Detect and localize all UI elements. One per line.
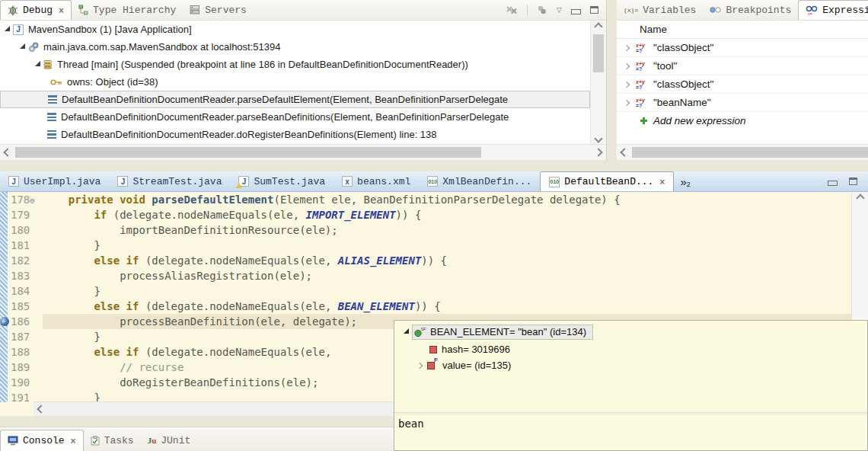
tree-row-launch[interactable]: J MavenSandbox (1) [Java Application]	[0, 21, 590, 38]
editor-tab-xmlbeandefin[interactable]: 010 XmlBeanDefin...	[419, 171, 540, 191]
process-view-icon[interactable]	[537, 5, 547, 14]
expression-row[interactable]: x+y=? "beanName"	[617, 94, 868, 112]
close-icon[interactable]: ×	[71, 436, 76, 446]
code-line[interactable]: 185 else if (delegate.nodeNameEquals(ele…	[0, 299, 852, 314]
code-line[interactable]: 184 }	[0, 283, 852, 299]
debug-horizontal-scrollbar[interactable]	[0, 144, 606, 160]
minimize-icon[interactable]	[571, 9, 581, 14]
tab-type-hierarchy[interactable]: Type Hierarchy	[72, 0, 183, 20]
name-column-header[interactable]: Name	[617, 21, 868, 39]
horizontal-sash[interactable]	[0, 160, 868, 171]
scroll-left-icon[interactable]	[617, 149, 632, 155]
line-number[interactable]: 181	[8, 238, 43, 253]
column-header-label: Name	[640, 24, 667, 35]
inspect-row-value[interactable]: F value= (id=135)	[417, 357, 511, 373]
code-line[interactable]: 179 if (delegate.nodeNameEquals(ele, IMP…	[0, 207, 852, 222]
tab-debug[interactable]: Debug ×	[0, 0, 72, 20]
tab-breakpoints[interactable]: Breakpoints	[703, 0, 798, 20]
maximize-icon[interactable]	[590, 6, 598, 14]
editor-tab-beansxml[interactable]: x beans.xml	[333, 171, 419, 191]
inspect-row-hash[interactable]: hash= 3019696	[429, 341, 510, 357]
maximize-icon[interactable]	[849, 178, 857, 185]
collapsed-twisty-icon[interactable]	[416, 362, 423, 368]
scrollbar-thumb[interactable]	[15, 147, 481, 158]
expression-row[interactable]: x+y=? "classObject"	[617, 75, 868, 94]
xml-file-icon: x	[342, 176, 353, 187]
expanded-twisty-icon[interactable]	[35, 61, 40, 66]
debug-vertical-scrollbar[interactable]	[590, 21, 606, 145]
tree-row-owns[interactable]: owns: Object (id=38)	[0, 73, 590, 91]
editor-tab-defaultbeand[interactable]: 010 DefaultBeanD... ×	[540, 171, 674, 191]
line-number[interactable]: 182	[8, 253, 43, 268]
line-number[interactable]: 184	[8, 283, 43, 299]
expression-row[interactable]: x+y=? "tool"	[617, 57, 868, 75]
line-number[interactable]: 185	[8, 299, 43, 314]
expression-label: "classObject"	[653, 78, 713, 90]
line-number[interactable]: 183	[8, 268, 43, 283]
tab-expressions[interactable]: x= Expressions	[798, 0, 868, 20]
line-number[interactable]: 187	[8, 329, 43, 344]
tree-row-process[interactable]: main.java.com.sap.MavenSandbox at localh…	[0, 38, 590, 56]
expanded-twisty-icon[interactable]	[20, 43, 25, 49]
tab-variables[interactable]: (x)= Variables	[617, 0, 703, 20]
tab-servers[interactable]: Servers	[183, 0, 254, 20]
scroll-down-icon[interactable]	[591, 133, 606, 145]
code-line[interactable]: 178⊖ private void parseDefaultElement(El…	[0, 192, 852, 207]
tree-row-stack-frame-selected[interactable]: DefaultBeanDefinitionDocumentReader.pars…	[0, 91, 590, 108]
line-number[interactable]: 189	[8, 360, 43, 375]
tab-tasks[interactable]: Tasks	[84, 430, 141, 451]
editor-tab-streamtest[interactable]: J StreamTest.java	[109, 171, 230, 191]
scroll-left-icon[interactable]	[0, 149, 15, 155]
line-number[interactable]: 188	[8, 344, 43, 360]
scrollbar-thumb[interactable]	[632, 147, 868, 158]
collapsed-twisty-icon[interactable]	[624, 99, 630, 105]
close-icon[interactable]: ×	[59, 5, 64, 16]
view-menu-icon[interactable]: ▽	[557, 6, 562, 14]
line-number[interactable]: 180	[8, 222, 43, 238]
code-line[interactable]: 183 processAliasRegistration(ele);	[0, 268, 852, 283]
editor-tab-sumtest[interactable]: J SumTest.java	[230, 171, 333, 191]
remove-terminated-icon[interactable]	[506, 5, 518, 14]
collapsed-twisty-icon[interactable]	[624, 44, 630, 50]
svg-text:x=: x=	[808, 11, 812, 15]
scroll-left-icon[interactable]	[34, 406, 49, 412]
scrollbar-thumb[interactable]	[593, 34, 604, 72]
expressions-horizontal-scrollbar[interactable]	[617, 144, 868, 160]
minimize-icon[interactable]	[828, 181, 838, 186]
breakpoint-marker[interactable]	[0, 317, 9, 326]
collapsed-twisty-icon[interactable]	[624, 62, 630, 69]
tab-junit[interactable]: Ju JUnit	[141, 430, 198, 451]
fold-icon[interactable]: ⊖	[30, 196, 35, 206]
line-number[interactable]: 178⊖	[8, 192, 43, 207]
expanded-twisty-icon[interactable]	[5, 26, 10, 31]
tab-label: Expressions	[822, 5, 868, 16]
tree-row-thread[interactable]: Thread [main] (Suspended (breakpoint at …	[0, 56, 590, 73]
tab-console[interactable]: Console ×	[0, 430, 84, 451]
code-line[interactable]: 182 else if (delegate.nodeNameEquals(ele…	[0, 253, 852, 268]
tab-label: Debug	[23, 5, 53, 16]
tab-label: Variables	[643, 5, 696, 16]
close-icon[interactable]: ×	[659, 177, 665, 187]
tree-row-stack-frame[interactable]: DefaultBeanDefinitionDocumentReader.pars…	[0, 108, 590, 126]
scroll-up-icon[interactable]	[591, 21, 606, 33]
scroll-right-icon[interactable]	[591, 149, 606, 155]
add-new-expression[interactable]: Add new expression	[617, 112, 868, 130]
tree-row-label: DefaultBeanDefinitionDocumentReader.pars…	[62, 94, 508, 105]
code-line[interactable]: 181 }	[0, 238, 852, 253]
line-number[interactable]: 186	[8, 314, 43, 329]
scroll-up-icon[interactable]	[852, 192, 868, 204]
more-tabs-chevron[interactable]: » 2	[680, 175, 690, 191]
tree-row-stack-frame[interactable]: DefaultBeanDefinitionDocumentReader.doRe…	[0, 126, 590, 143]
editor-horizontal-scrollbar[interactable]	[34, 401, 394, 416]
vertical-sash[interactable]	[607, 0, 617, 160]
inspect-row-bean-element[interactable]: SF BEAN_ELEMENT= "bean" (id=134)	[404, 324, 593, 340]
editor-tab-userimpl[interactable]: J UserImpl.java	[0, 171, 109, 191]
collapsed-twisty-icon[interactable]	[624, 81, 630, 87]
svg-text:F: F	[423, 327, 426, 331]
expanded-twisty-icon[interactable]	[404, 328, 409, 334]
code-line[interactable]: 180 importBeanDefinitionResource(ele);	[0, 222, 852, 238]
expression-row[interactable]: x+y=? "classObject"	[617, 39, 868, 57]
line-number[interactable]: 191	[8, 390, 43, 402]
line-number[interactable]: 190	[8, 375, 43, 390]
line-number[interactable]: 179	[8, 207, 43, 222]
